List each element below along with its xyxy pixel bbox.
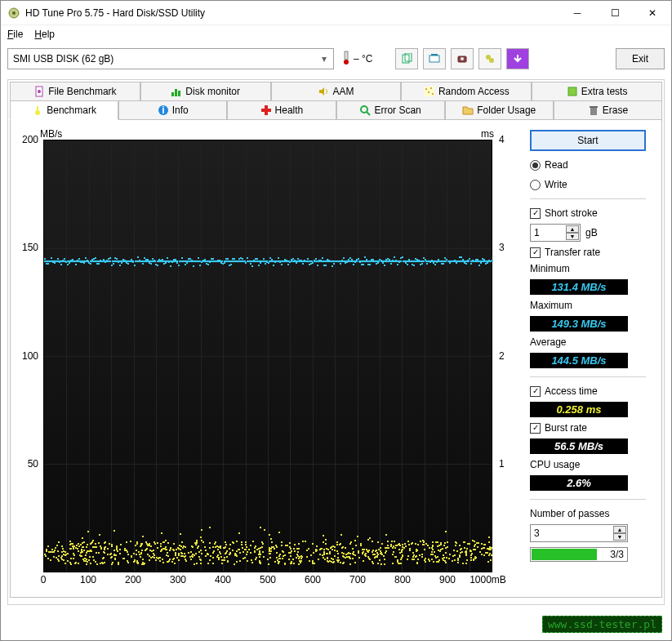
plot-area — [43, 140, 492, 572]
minimum-label: Minimum — [530, 263, 646, 274]
random-access-icon — [424, 86, 435, 97]
svg-point-3 — [344, 60, 349, 65]
spin-up[interactable]: ▲ — [566, 225, 579, 233]
svg-point-20 — [428, 91, 429, 93]
passes-fill — [532, 549, 597, 560]
file-benchmark-icon — [33, 86, 45, 97]
titlebar: HD Tune Pro 5.75 - Hard Disk/SSD Utility… — [1, 1, 671, 25]
tab-extra-tests[interactable]: Extra tests — [532, 82, 662, 101]
svg-point-1 — [12, 11, 16, 15]
write-radio-row[interactable]: Write — [530, 179, 646, 190]
tab-disk-monitor[interactable]: Disk monitor — [140, 82, 271, 101]
watermark: www.ssd-tester.pl — [542, 616, 662, 633]
menubar: File Help — [1, 25, 671, 43]
tab-folder-usage[interactable]: Folder Usage — [445, 100, 554, 120]
svg-rect-6 — [429, 56, 439, 62]
drive-select-value: SMI USB DISK (62 gB) — [13, 53, 113, 65]
short-stroke-input[interactable]: 1▲▼ — [530, 224, 581, 242]
write-radio[interactable] — [530, 180, 541, 190]
y-axis-right-label: ms — [481, 128, 494, 140]
short-stroke-checkbox[interactable]: ✓ — [530, 208, 541, 219]
svg-point-23 — [35, 110, 40, 115]
copy-screenshot-button[interactable] — [423, 48, 446, 69]
svg-rect-7 — [431, 54, 438, 56]
exit-button[interactable]: Exit — [616, 48, 665, 69]
benchmark-content: MB/s ms 200 150 100 50 4 3 2 1 0 100 200 — [10, 119, 662, 598]
minimize-button[interactable]: ─ — [559, 1, 596, 25]
options-button[interactable] — [478, 48, 501, 69]
spin-up[interactable]: ▲ — [613, 526, 626, 533]
svg-point-18 — [425, 88, 427, 90]
access-time-checkbox[interactable]: ✓ — [530, 386, 541, 397]
read-radio-row[interactable]: Read — [530, 159, 646, 171]
svg-rect-31 — [590, 106, 598, 108]
transfer-rate-checkbox[interactable]: ✓ — [530, 247, 541, 258]
start-button[interactable]: Start — [530, 130, 646, 151]
y-axis-left-label: MB/s — [40, 128, 62, 140]
tab-aam[interactable]: AAM — [271, 82, 402, 101]
results-panel: Start Read Write ✓Short stroke 1▲▼ gB ✓T… — [522, 127, 646, 592]
average-label: Average — [530, 336, 646, 348]
svg-rect-24 — [37, 106, 38, 110]
transfer-rate-row[interactable]: ✓Transfer rate — [530, 247, 646, 258]
average-value: 144.5 MB/s — [530, 353, 628, 368]
svg-point-29 — [361, 106, 367, 113]
spin-down[interactable]: ▼ — [613, 533, 626, 541]
passes-label: Number of passes — [530, 508, 646, 519]
svg-rect-28 — [261, 109, 271, 112]
passes-progress: 3/3 — [530, 547, 628, 562]
save-screenshot-button[interactable] — [451, 48, 474, 69]
svg-point-11 — [489, 58, 494, 63]
svg-rect-17 — [425, 87, 434, 96]
svg-rect-2 — [345, 51, 348, 60]
save-button[interactable] — [506, 48, 529, 69]
benchmark-chart: MB/s ms 200 150 100 50 4 3 2 1 0 100 200 — [16, 127, 522, 592]
temperature-display: – °C — [342, 51, 372, 68]
tab-row-upper: File Benchmark Disk monitor AAM Random A… — [10, 82, 662, 100]
tab-erase[interactable]: Erase — [554, 100, 662, 120]
menu-file[interactable]: File — [7, 29, 23, 40]
benchmark-icon — [32, 105, 43, 116]
close-button[interactable]: ✕ — [634, 1, 671, 25]
burst-rate-row[interactable]: ✓Burst rate — [530, 422, 646, 434]
svg-rect-22 — [568, 87, 576, 96]
cpu-usage-label: CPU usage — [530, 459, 646, 470]
tab-random-access[interactable]: Random Access — [401, 82, 532, 101]
tab-benchmark[interactable]: Benchmark — [10, 100, 118, 120]
maximum-value: 149.3 MB/s — [530, 316, 628, 332]
tab-file-benchmark[interactable]: File Benchmark — [10, 82, 140, 101]
minimum-value: 131.4 MB/s — [530, 279, 628, 295]
svg-rect-16 — [178, 91, 180, 96]
svg-rect-15 — [175, 89, 177, 96]
temperature-value: – °C — [354, 53, 372, 65]
tab-health[interactable]: Health — [227, 100, 336, 120]
svg-rect-14 — [171, 92, 174, 96]
maximum-label: Maximum — [530, 300, 646, 311]
drive-select[interactable]: SMI USB DISK (62 gB) — [7, 48, 334, 69]
tab-info[interactable]: iInfo — [118, 100, 227, 120]
extra-tests-icon — [567, 86, 578, 97]
burst-rate-checkbox[interactable]: ✓ — [530, 423, 541, 434]
svg-point-9 — [461, 57, 464, 60]
burst-rate-value: 56.5 MB/s — [530, 438, 628, 454]
short-stroke-row[interactable]: ✓Short stroke — [530, 207, 646, 219]
access-time-value: 0.258 ms — [530, 402, 628, 417]
svg-point-19 — [430, 87, 432, 89]
svg-line-30 — [367, 112, 370, 115]
passes-input[interactable]: 3▲▼ — [530, 524, 628, 542]
maximize-button[interactable]: ☐ — [596, 1, 634, 25]
menu-help[interactable]: Help — [34, 29, 55, 40]
spin-down[interactable]: ▼ — [566, 233, 579, 240]
copy-text-button[interactable] — [395, 48, 418, 69]
access-time-row[interactable]: ✓Access time — [530, 385, 646, 397]
thermometer-icon — [342, 51, 350, 68]
read-radio[interactable] — [530, 160, 541, 171]
tab-error-scan[interactable]: Error Scan — [336, 100, 445, 120]
svg-point-21 — [432, 93, 434, 95]
toolbar: SMI USB DISK (62 gB) – °C Exit — [1, 43, 671, 74]
cpu-usage-value: 2.6% — [530, 475, 628, 491]
app-icon — [7, 7, 20, 20]
window-title: HD Tune Pro 5.75 - Hard Disk/SSD Utility — [25, 7, 559, 19]
erase-icon — [588, 105, 599, 116]
tab-row-lower: Benchmark iInfo Health Error Scan Folder… — [10, 100, 662, 119]
